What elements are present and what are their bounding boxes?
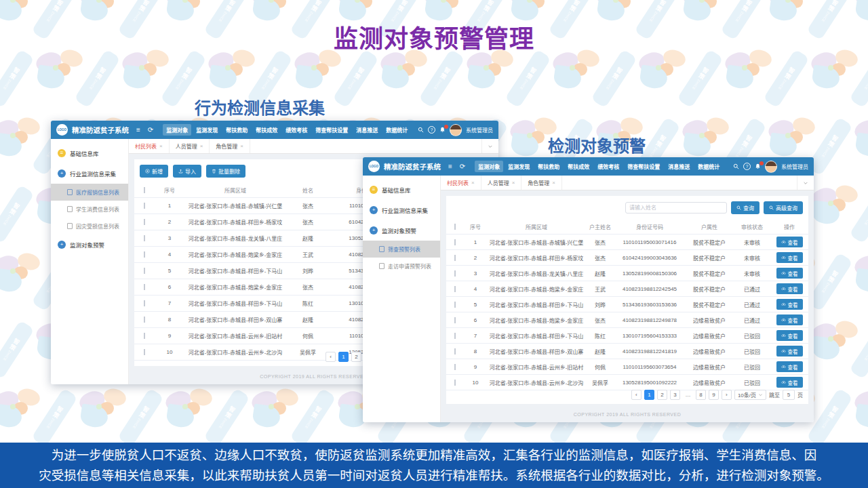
help-icon[interactable]: ? — [743, 163, 751, 170]
checkbox[interactable] — [454, 286, 456, 292]
notification-bell-icon[interactable] — [439, 127, 446, 133]
refresh-icon[interactable]: ⟳ — [460, 163, 465, 170]
checkbox[interactable] — [454, 239, 456, 245]
checkbox[interactable] — [454, 224, 456, 230]
advanced-query-button[interactable]: 高级查询 — [764, 201, 803, 214]
nav-item[interactable]: 监测发现 — [193, 124, 221, 136]
checkbox[interactable] — [454, 380, 456, 386]
checkbox[interactable] — [454, 333, 456, 339]
tab-村民列表[interactable]: 村民列表× — [129, 139, 170, 153]
sidebar-item[interactable]: +行业监测信息采集 — [51, 163, 128, 184]
nav-item[interactable]: 筛查帮扶设置 — [312, 124, 351, 136]
checkbox[interactable] — [144, 300, 145, 306]
checkbox[interactable] — [144, 203, 145, 209]
sidebar-subitem[interactable]: 因灾受损信息列表 — [51, 218, 128, 235]
checkbox[interactable] — [144, 251, 145, 258]
view-button[interactable]: 查看 — [776, 346, 803, 357]
view-button[interactable]: 查看 — [776, 314, 803, 325]
page-button-9[interactable]: 9 — [709, 390, 719, 400]
nav-item[interactable]: 绩效考核 — [594, 161, 623, 172]
checkbox[interactable] — [454, 270, 456, 277]
page-button-8[interactable]: 8 — [696, 390, 706, 400]
menu-icon[interactable]: ≡ — [136, 126, 140, 134]
name-search-input[interactable] — [625, 202, 727, 214]
view-button[interactable]: 查看 — [776, 252, 803, 263]
nav-item[interactable]: 筛查帮扶设置 — [624, 161, 663, 172]
checkbox[interactable] — [144, 284, 145, 290]
checkbox[interactable] — [454, 317, 456, 323]
nav-item[interactable]: 帮扶成效 — [564, 161, 593, 172]
checkbox[interactable] — [454, 364, 456, 370]
view-button[interactable]: 查看 — [776, 330, 803, 341]
checkbox[interactable] — [454, 302, 456, 308]
tab-人员管理[interactable]: 人员管理× — [170, 139, 210, 153]
query-button[interactable]: 查询 — [731, 201, 760, 214]
help-icon[interactable]: ? — [428, 126, 435, 134]
tab-角色管理[interactable]: 角色管理× — [210, 139, 250, 153]
nav-item[interactable]: 数据统计 — [694, 161, 723, 172]
view-button[interactable]: 查看 — [776, 237, 803, 247]
search-icon[interactable] — [418, 127, 424, 133]
checkbox[interactable] — [144, 268, 145, 274]
tab-角色管理[interactable]: 角色管理× — [521, 176, 562, 190]
tab-close-icon[interactable]: × — [240, 143, 243, 149]
search-icon[interactable] — [733, 163, 739, 169]
checkbox[interactable] — [144, 235, 145, 241]
nav-item[interactable]: 数据统计 — [382, 124, 411, 136]
user-avatar[interactable] — [765, 161, 777, 173]
page-button-3[interactable]: 3 — [670, 390, 680, 400]
nav-item[interactable]: 帮扶救助 — [222, 124, 251, 136]
chevron-down-icon[interactable] — [481, 139, 498, 153]
nav-item[interactable]: 帮扶成效 — [252, 124, 281, 136]
page-size-select[interactable]: 10条/页 — [734, 390, 766, 400]
view-button[interactable]: 查看 — [776, 283, 803, 294]
nav-item[interactable]: 监测对象 — [163, 124, 191, 136]
sidebar-subitem[interactable]: 医疗报销信息列表 — [51, 184, 128, 201]
tab-close-icon[interactable]: × — [200, 143, 203, 149]
checkbox[interactable] — [144, 219, 145, 225]
refresh-icon[interactable]: ⟳ — [148, 126, 153, 134]
plus-button[interactable]: 新增 — [140, 165, 168, 178]
tab-村民列表[interactable]: 村民列表× — [441, 176, 481, 190]
trash-button[interactable]: 批量删除 — [206, 165, 245, 178]
nav-item[interactable]: 消息推送 — [665, 161, 693, 172]
notification-bell-icon[interactable] — [755, 163, 761, 169]
page-button-1[interactable]: 1 — [338, 352, 349, 362]
checkbox[interactable] — [144, 333, 145, 339]
chevron-down-icon[interactable] — [797, 176, 814, 190]
tab-close-icon[interactable]: × — [552, 180, 555, 186]
sidebar-item[interactable]: +监测对象预警 — [363, 220, 440, 241]
prev-page-button[interactable]: ‹ — [326, 352, 336, 362]
nav-item[interactable]: 监测对象 — [475, 161, 503, 172]
checkbox[interactable] — [454, 255, 456, 261]
sidebar-item[interactable]: ≡基础信息库 — [51, 143, 128, 163]
tab-人员管理[interactable]: 人员管理× — [481, 176, 522, 190]
prev-page-button[interactable]: ‹ — [631, 390, 642, 400]
tab-close-icon[interactable]: × — [159, 143, 163, 149]
sidebar-item[interactable]: +行业监测信息采集 — [363, 200, 440, 220]
checkbox[interactable] — [144, 187, 145, 193]
sidebar-subitem[interactable]: 走访申请预警列表 — [363, 258, 440, 274]
sidebar-item[interactable]: ≡基础信息库 — [363, 180, 440, 200]
nav-item[interactable]: 绩效考核 — [282, 124, 311, 136]
tab-close-icon[interactable]: × — [471, 180, 475, 186]
sidebar-subitem[interactable]: 筛查预警列表 — [363, 241, 440, 258]
page-button-…[interactable]: … — [683, 390, 693, 400]
nav-item[interactable]: 帮扶救助 — [534, 161, 563, 172]
checkbox[interactable] — [454, 348, 456, 354]
user-avatar[interactable] — [450, 124, 462, 136]
page-button-2[interactable]: 2 — [657, 390, 667, 400]
sidebar-subitem[interactable]: 学生消费信息列表 — [51, 201, 128, 218]
import-button[interactable]: 导入 — [173, 165, 201, 178]
page-button-2[interactable]: 2 — [351, 352, 361, 362]
view-button[interactable]: 查看 — [776, 268, 803, 279]
checkbox[interactable] — [144, 317, 145, 323]
tab-close-icon[interactable]: × — [512, 180, 515, 186]
jump-page-input[interactable] — [783, 390, 795, 400]
view-button[interactable]: 查看 — [776, 299, 803, 310]
nav-item[interactable]: 监测发现 — [505, 161, 533, 172]
next-page-button[interactable]: › — [722, 390, 732, 400]
menu-icon[interactable]: ≡ — [448, 163, 452, 170]
view-button[interactable]: 查看 — [776, 361, 803, 372]
nav-item[interactable]: 消息推送 — [353, 124, 381, 136]
